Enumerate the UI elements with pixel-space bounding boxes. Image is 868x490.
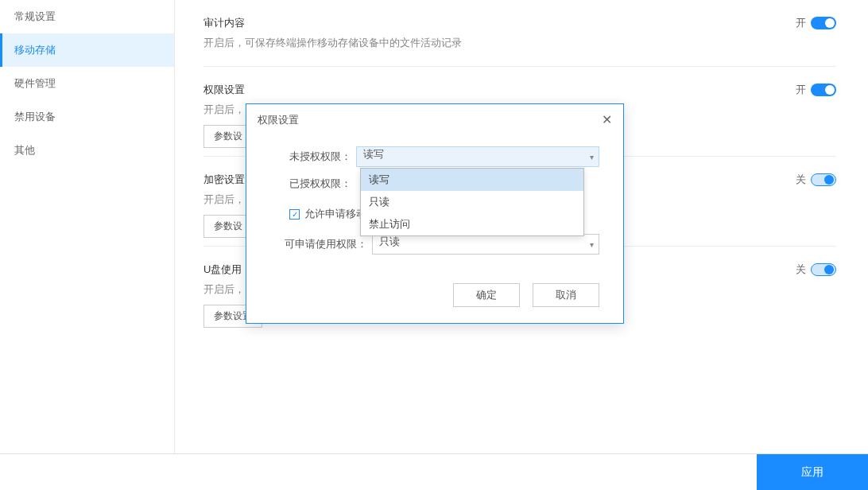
apply-perm-select[interactable]: 只读 ▾ <box>372 234 599 255</box>
section-desc: 开启后，可保存终端操作移动存储设备中的文件活动记录 <box>203 37 836 50</box>
toggle-label: 开 <box>796 16 806 30</box>
dropdown-option-deny[interactable]: 禁止访问 <box>361 213 583 235</box>
toggle-encrypt[interactable] <box>811 173 836 186</box>
chevron-down-icon: ▾ <box>590 153 594 161</box>
approval-checkbox[interactable]: ✓ <box>289 209 300 220</box>
select-value: 读写 <box>363 148 384 160</box>
footer: 应用 <box>0 453 868 490</box>
dialog-header: 权限设置 ✕ <box>246 104 623 135</box>
dialog-footer: 确定 取消 <box>246 272 623 323</box>
chevron-down-icon: ▾ <box>590 240 594 249</box>
toggle-audit[interactable] <box>811 17 836 29</box>
sidebar-item-disabled-devices[interactable]: 禁用设备 <box>0 100 174 134</box>
toggle-wrap: 开 <box>796 83 836 97</box>
section-title: 审计内容 <box>203 16 836 30</box>
unauth-perm-select[interactable]: 读写 ▾ <box>356 146 599 167</box>
toggle-label: 关 <box>796 173 806 187</box>
apply-button[interactable]: 应用 <box>757 454 868 490</box>
select-value: 只读 <box>379 235 400 247</box>
section-title: 权限设置 <box>203 83 836 97</box>
sidebar-item-mobile-storage[interactable]: 移动存储 <box>0 33 174 67</box>
sidebar-item-hardware[interactable]: 硬件管理 <box>0 67 174 100</box>
apply-perm-label: 可申请使用权限： <box>278 237 372 251</box>
sidebar: 常规设置 移动存储 硬件管理 禁用设备 其他 <box>0 0 175 453</box>
cancel-button[interactable]: 取消 <box>533 283 599 307</box>
auth-perm-label: 已授权权限： <box>278 177 356 191</box>
sidebar-item-general[interactable]: 常规设置 <box>0 0 174 33</box>
ok-button[interactable]: 确定 <box>453 283 520 307</box>
toggle-wrap: 开 <box>796 16 836 30</box>
toggle-udisk[interactable] <box>811 263 836 276</box>
dropdown-option-readwrite[interactable]: 读写 <box>361 169 583 191</box>
sidebar-item-other[interactable]: 其他 <box>0 134 174 167</box>
toggle-label: 开 <box>796 83 806 97</box>
unauth-perm-label: 未授权权限： <box>278 150 356 164</box>
unauth-perm-dropdown: 读写 只读 禁止访问 <box>360 168 584 236</box>
row-apply-perm: 可申请使用权限： 只读 ▾ <box>278 234 599 255</box>
close-icon[interactable]: ✕ <box>602 112 612 127</box>
toggle-wrap: 关 <box>796 262 836 277</box>
dropdown-option-readonly[interactable]: 只读 <box>361 191 583 213</box>
dialog-title: 权限设置 <box>258 113 299 127</box>
toggle-label: 关 <box>796 262 806 277</box>
row-unauth-perm: 未授权权限： 读写 ▾ <box>278 146 599 167</box>
toggle-wrap: 关 <box>796 173 836 187</box>
section-audit: 审计内容 开启后，可保存终端操作移动存储设备中的文件活动记录 开 <box>203 0 836 67</box>
toggle-permission[interactable] <box>811 84 836 96</box>
